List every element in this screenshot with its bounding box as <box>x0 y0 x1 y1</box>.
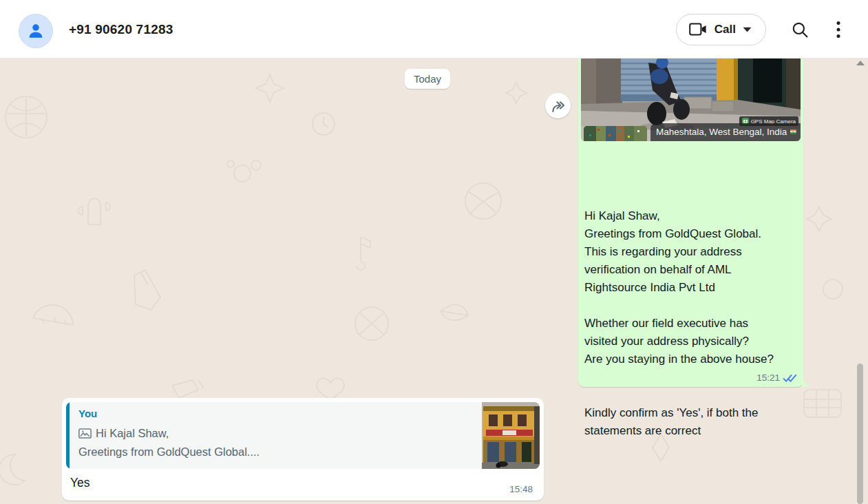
scroll-up-arrow[interactable] <box>856 61 865 65</box>
quoted-message[interactable]: You Hi Kajal Shaw, Greetings from GoldQu… <box>66 402 540 469</box>
quote-preview-line2: Greetings from GoldQuest Global.... <box>78 443 478 461</box>
photo-icon <box>78 428 92 439</box>
person-icon <box>25 21 46 41</box>
image-location-caption: Maheshtala, West Bengal, India <box>650 123 801 141</box>
map-thumbnail <box>584 126 647 141</box>
message-photo[interactable]: GPS Map Camera Maheshtala, West Bengal, … <box>581 59 801 141</box>
outgoing-message-text: Hi Kajal Shaw, Greetings from GoldQuest … <box>584 207 797 440</box>
kebab-menu-icon <box>836 21 840 39</box>
quote-preview-line1: Hi Kajal Shaw, <box>96 424 169 443</box>
incoming-message-text: Yes <box>70 476 90 490</box>
double-check-icon <box>783 373 797 383</box>
call-button-label: Call <box>714 23 736 36</box>
contact-avatar[interactable] <box>19 14 53 48</box>
forward-icon <box>550 99 566 113</box>
contact-name[interactable]: +91 90620 71283 <box>69 0 173 59</box>
incoming-message-bubble[interactable]: You Hi Kajal Shaw, Greetings from GoldQu… <box>62 398 544 501</box>
quote-thumbnail <box>482 402 540 469</box>
chat-header: +91 90620 71283 Call <box>0 0 868 59</box>
quote-accent-bar <box>66 402 70 469</box>
menu-button[interactable] <box>831 15 846 44</box>
chevron-down-icon <box>743 27 752 32</box>
scrollbar-thumb[interactable] <box>857 364 863 504</box>
quote-author: You <box>78 408 478 419</box>
call-button[interactable]: Call <box>676 14 766 45</box>
date-divider: Today <box>405 69 450 89</box>
location-text: Maheshtala, West Bengal, India <box>656 127 787 137</box>
bubble-tail <box>802 377 810 387</box>
videocam-icon <box>689 23 708 36</box>
incoming-message-time: 15:48 <box>509 484 533 494</box>
india-flag-icon <box>790 128 796 136</box>
outgoing-message-time: 15:21 <box>756 372 780 383</box>
search-icon <box>791 21 809 39</box>
search-button[interactable] <box>785 15 814 44</box>
outgoing-message-bubble[interactable]: GPS Map Camera Maheshtala, West Bengal, … <box>578 59 803 387</box>
forward-button[interactable] <box>545 93 571 118</box>
whatsapp-chat-screen: +91 90620 71283 Call <box>0 0 868 504</box>
